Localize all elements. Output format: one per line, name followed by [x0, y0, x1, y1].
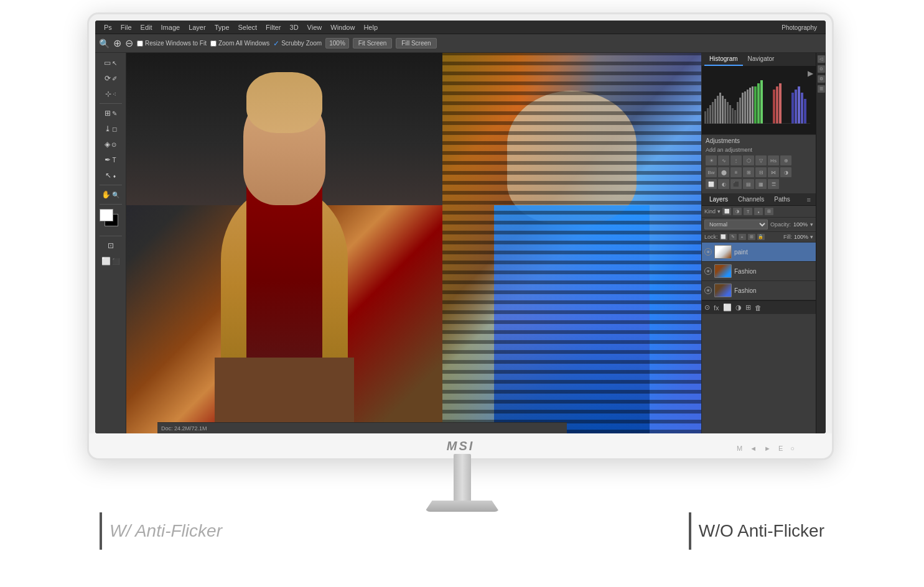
adj-brightness[interactable]: ☀	[706, 155, 717, 165]
layer-fashion-2[interactable]: 👁 Fashion	[702, 281, 816, 300]
adjustment-icon[interactable]: ◑	[735, 303, 742, 312]
menu-ps[interactable]: Ps	[100, 22, 116, 32]
delete-layer-icon[interactable]: 🗑	[755, 304, 762, 312]
panel-icon-1[interactable]: ⊙	[818, 65, 825, 73]
toolbar-lasso[interactable]: ⟳ ✐	[97, 71, 124, 86]
brush-icon: ✎	[112, 110, 117, 117]
lock-image-icon[interactable]: ✎	[729, 234, 737, 240]
adj-hsl[interactable]: Hs	[768, 155, 779, 165]
toolbar-clone[interactable]: ⤓ ◻	[97, 121, 124, 136]
tab-paths[interactable]: Paths	[769, 194, 795, 205]
adj-solid-color[interactable]: ⬛	[730, 179, 742, 189]
adj-posterize[interactable]: ⊟	[755, 167, 767, 177]
blend-mode-select[interactable]: Normal	[704, 220, 768, 229]
opacity-dropdown[interactable]: ▾	[810, 221, 813, 228]
menu-3d[interactable]: 3D	[286, 22, 302, 32]
filter-shape-icon[interactable]: ⬧	[754, 208, 763, 215]
adj-gradient-fill[interactable]: ▤	[743, 179, 754, 189]
fill-value[interactable]: 100%	[794, 234, 808, 240]
filter-adjust-icon[interactable]: ◑	[733, 208, 742, 215]
toolbar-path[interactable]: ↖ ⬧	[97, 168, 124, 183]
scrubby-zoom-checkbox[interactable]: ✓ Scrubby Zoom	[273, 39, 322, 48]
tab-channels[interactable]: Channels	[733, 194, 769, 205]
adj-curves[interactable]: ∿	[718, 155, 729, 165]
toolbar-pen[interactable]: ✒ T	[97, 152, 124, 167]
adj-color-lookup[interactable]: ⊞	[743, 167, 754, 177]
svg-rect-22	[732, 108, 734, 124]
canvas-left-image	[126, 53, 442, 433]
adj-threshold[interactable]: ⋈	[768, 167, 779, 177]
menu-layer[interactable]: Layer	[185, 22, 210, 32]
adj-invert[interactable]: ◐	[718, 179, 729, 189]
layers-panel-menu[interactable]: ≡	[805, 194, 813, 205]
workspace-label[interactable]: Photography	[777, 21, 822, 34]
adj-bw[interactable]: Bw	[706, 167, 717, 177]
tab-navigator[interactable]: Navigator	[743, 53, 780, 66]
zoom-out-icon[interactable]: ⊖	[125, 37, 133, 49]
lock-position-icon[interactable]: +	[739, 234, 746, 240]
menu-filter[interactable]: Filter	[262, 22, 284, 32]
zoom-level[interactable]: 100%	[325, 38, 349, 49]
layer-eye-paint[interactable]: 👁	[704, 248, 712, 256]
menu-help[interactable]: Help	[360, 22, 381, 32]
adj-exposure[interactable]: ⬡	[743, 155, 754, 165]
panel-collapse-icon[interactable]: ◁	[818, 55, 825, 63]
control-next[interactable]: ►	[764, 445, 771, 452]
new-layer-icon[interactable]: ⊞	[745, 303, 751, 312]
filter-smartobj-icon[interactable]: ⊞	[765, 208, 773, 215]
toolbar-hand[interactable]: ✋ 🔍	[97, 187, 124, 202]
menu-edit[interactable]: Edit	[137, 22, 156, 32]
lock-artboard-icon[interactable]: ⊞	[748, 234, 755, 240]
resize-windows-checkbox[interactable]: Resize Windows to Fit	[137, 40, 207, 47]
control-power[interactable]: ○	[790, 445, 795, 452]
menu-type[interactable]: Type	[211, 22, 233, 32]
toolbar-quick-mask[interactable]: ⊡	[97, 238, 124, 253]
fill-dropdown[interactable]: ▾	[810, 234, 813, 240]
tab-histogram[interactable]: Histogram	[704, 53, 743, 66]
adj-channel-mixer[interactable]: ≡	[730, 167, 742, 177]
layer-eye-fashion2[interactable]: 👁	[704, 287, 712, 294]
adj-levels[interactable]: ⋮	[730, 155, 742, 165]
layer-paint[interactable]: 👁 paint	[702, 243, 816, 262]
panel-icon-2[interactable]: ⚙	[818, 75, 825, 83]
fill-screen-button[interactable]: Fill Screen	[396, 38, 436, 49]
adj-pattern[interactable]: ▦	[755, 179, 767, 189]
adj-vibrance[interactable]: ▽	[755, 155, 767, 165]
adj-gradient-map[interactable]: ◑	[780, 167, 791, 177]
zoom-in-icon[interactable]: ⊕	[113, 37, 121, 49]
toolbar-marquee[interactable]: ▭ ↖	[97, 55, 124, 70]
menu-view[interactable]: View	[304, 22, 326, 32]
menu-file[interactable]: File	[117, 22, 136, 32]
histogram-play-icon[interactable]: ▶	[808, 69, 813, 78]
filter-pixel-icon[interactable]: ⬜	[722, 208, 731, 215]
lock-transparent-icon[interactable]: ⬜	[720, 234, 727, 240]
control-e[interactable]: E	[778, 445, 783, 452]
toolbar-crop[interactable]: ⊹ ⁖	[97, 86, 124, 101]
menu-select[interactable]: Select	[235, 22, 261, 32]
panel-icon-3[interactable]: ☰	[818, 85, 825, 93]
adj-color-balance[interactable]: ⊕	[780, 155, 791, 165]
layer-eye-fashion1[interactable]: 👁	[704, 267, 712, 275]
filter-type-icon[interactable]: T	[744, 208, 752, 215]
adj-vibrancy2[interactable]: ☰	[768, 179, 779, 189]
layer-fashion-1[interactable]: 👁 Fashion	[702, 262, 816, 281]
fit-screen-button[interactable]: Fit Screen	[353, 38, 393, 49]
toolbar-healing[interactable]: ⊞ ✎	[97, 106, 124, 121]
lock-all-icon[interactable]: 🔒	[757, 234, 765, 240]
mask-icon[interactable]: ⬜	[723, 303, 732, 312]
fx-icon[interactable]: fx	[714, 304, 719, 312]
control-m[interactable]: M	[737, 445, 742, 452]
foreground-color[interactable]	[100, 209, 113, 221]
adj-selective-color[interactable]: ⬜	[706, 179, 717, 189]
tab-layers[interactable]: Layers	[704, 194, 733, 205]
zoom-all-checkbox[interactable]: Zoom All Windows	[210, 40, 269, 47]
menu-image[interactable]: Image	[157, 22, 184, 32]
toolbar-gradient[interactable]: ◈ ⊙	[97, 137, 124, 152]
toolbar-screen-mode[interactable]: ⬜ ⬛	[97, 254, 124, 269]
adj-photo-filter[interactable]: ⬤	[718, 167, 729, 177]
kind-dropdown-icon[interactable]: ▾	[717, 208, 721, 215]
menu-window[interactable]: Window	[327, 22, 358, 32]
new-group-icon[interactable]: ⊙	[704, 303, 710, 312]
opacity-value[interactable]: 100%	[793, 221, 808, 228]
control-prev[interactable]: ◄	[750, 445, 757, 452]
